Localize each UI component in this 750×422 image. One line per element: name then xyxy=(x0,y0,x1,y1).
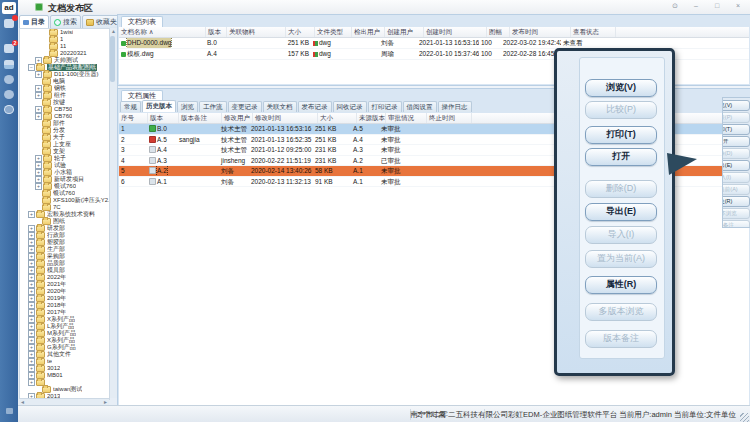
expander-icon[interactable]: + xyxy=(28,211,35,218)
column-header[interactable]: 序号 xyxy=(119,113,148,123)
menu-print-button[interactable]: 打印(T) xyxy=(585,126,657,144)
collapse-icon[interactable] xyxy=(6,408,13,414)
expander-icon[interactable]: + xyxy=(28,351,35,358)
expander-icon[interactable]: + xyxy=(35,176,42,183)
expander-icon[interactable]: + xyxy=(28,274,35,281)
tab-print-log[interactable]: 打印记录 xyxy=(368,101,402,112)
tree-item[interactable]: +2020年 xyxy=(20,288,109,295)
tree-item[interactable]: 支架 xyxy=(20,148,109,155)
column-header[interactable]: 文档名称 ∧ xyxy=(119,27,206,37)
minimize-icon[interactable]: – xyxy=(690,2,702,10)
expander-icon[interactable]: + xyxy=(28,358,35,365)
expander-icon[interactable]: + xyxy=(28,344,35,351)
tree-item[interactable]: +2019年 xyxy=(20,295,109,302)
tree-item[interactable]: +2021年 xyxy=(20,281,109,288)
tree-item[interactable]: +X系列产品 xyxy=(20,337,109,344)
expander-icon[interactable]: + xyxy=(35,162,42,169)
expander-icon[interactable]: + xyxy=(28,267,35,274)
tree-item[interactable]: +生产部 xyxy=(20,246,109,253)
folder-icon[interactable]: 2 xyxy=(4,44,14,53)
maximize-icon[interactable]: □ xyxy=(711,2,723,10)
column-header[interactable]: 大小 xyxy=(286,27,315,37)
tree-item[interactable]: 1wisi xyxy=(20,29,109,36)
tree-item[interactable]: +试验 xyxy=(20,162,109,169)
app-logo[interactable]: ad xyxy=(2,2,16,14)
menu-browse-button[interactable]: 浏览(V) xyxy=(585,79,657,97)
tree-item[interactable]: XFS100新(冲压头Y2.0 图纸) xyxy=(20,197,109,204)
tab-general[interactable]: 常规 xyxy=(120,101,141,112)
tree-item[interactable]: +新研发项目 xyxy=(20,176,109,183)
expander-icon[interactable]: + xyxy=(28,232,35,239)
expander-icon[interactable]: + xyxy=(28,309,35,316)
tree-item[interactable]: 图纸 xyxy=(20,218,109,225)
expander-icon[interactable]: + xyxy=(28,295,35,302)
sidebar-tab-favorites[interactable]: 收藏夹 xyxy=(82,15,121,29)
tree-vertical-scrollbar[interactable]: ▲ xyxy=(109,28,117,398)
tree-item[interactable]: +轮子 xyxy=(20,155,109,162)
tree-item[interactable]: 银试760 xyxy=(20,190,109,197)
refresh-icon[interactable] xyxy=(4,75,14,84)
edge-browse-button[interactable]: 浏览(V) xyxy=(722,100,750,111)
tree-item[interactable]: 分发 xyxy=(20,127,109,134)
tab-related-docs[interactable]: 关联文档 xyxy=(263,101,297,112)
column-header[interactable]: 文件类型 xyxy=(315,27,352,37)
column-header[interactable]: 修改时间 xyxy=(253,113,318,123)
column-header[interactable]: 来源版本 xyxy=(357,113,386,123)
tree-item[interactable]: +组件 xyxy=(20,92,109,99)
tree-item[interactable]: +模具部 xyxy=(20,267,109,274)
tree-item[interactable]: 夫子 xyxy=(20,134,109,141)
column-header[interactable]: 版本 xyxy=(206,27,227,37)
tab-history[interactable]: 历史版本 xyxy=(142,100,176,112)
menu-export-button[interactable]: 导出(E) xyxy=(585,203,657,221)
expander-icon[interactable]: + xyxy=(35,92,42,99)
tree-item[interactable]: +塑胶部 xyxy=(20,239,109,246)
expander-icon[interactable]: + xyxy=(28,225,35,232)
tree-item[interactable]: +钢铁 xyxy=(20,85,109,92)
expander-icon[interactable]: + xyxy=(35,183,42,190)
tree-item[interactable]: −基础产品装配图纸 xyxy=(20,64,109,71)
tab-publish-log[interactable]: 发布记录 xyxy=(298,101,332,112)
settings-icon[interactable]: ⊙ xyxy=(669,2,681,10)
column-header[interactable]: 终止时间 xyxy=(427,113,472,123)
tree-item[interactable]: 按键 xyxy=(20,99,109,106)
chart-icon[interactable] xyxy=(4,60,14,69)
expander-icon[interactable]: + xyxy=(35,71,42,78)
tree-item[interactable]: +M系列产品 xyxy=(20,330,109,337)
expander-icon[interactable]: + xyxy=(28,379,35,386)
tree-item[interactable]: +CB760 xyxy=(20,113,109,120)
expander-icon[interactable]: + xyxy=(28,239,35,246)
expander-icon[interactable]: − xyxy=(28,64,35,71)
expander-icon[interactable]: + xyxy=(28,288,35,295)
expander-icon[interactable]: + xyxy=(28,246,35,253)
tree-item[interactable]: +D11-100(变压器) xyxy=(20,71,109,78)
edge-open-button[interactable]: 打开 xyxy=(722,136,750,147)
column-header[interactable]: 关联物料 xyxy=(227,27,286,37)
column-header[interactable]: 发布时间 xyxy=(510,27,571,37)
tree-item[interactable]: +研发部 xyxy=(20,225,109,232)
column-header[interactable]: 图幅 xyxy=(487,27,510,37)
expander-icon[interactable]: + xyxy=(35,113,42,120)
column-header[interactable]: 修改用户 xyxy=(222,113,253,123)
tree-item[interactable]: 11 xyxy=(20,43,109,50)
tree-item[interactable]: +天帅测试 xyxy=(20,57,109,64)
expander-icon[interactable]: + xyxy=(28,323,35,330)
tree-item[interactable]: 20220321 xyxy=(20,50,109,57)
column-header[interactable]: 大小 xyxy=(318,113,357,123)
column-header[interactable]: 版本备注 xyxy=(179,113,222,123)
tree-item[interactable]: +行政部 xyxy=(20,232,109,239)
tree-item[interactable]: +CB750 xyxy=(20,106,109,113)
tree-item[interactable]: 部件 xyxy=(20,120,109,127)
tree-item[interactable]: +采购部 xyxy=(20,253,109,260)
tree-item[interactable]: 电脑 xyxy=(20,78,109,85)
sidebar-tab-directory[interactable]: 目录 xyxy=(19,15,49,29)
expander-icon[interactable]: + xyxy=(35,155,42,162)
expander-icon[interactable]: + xyxy=(28,281,35,288)
tab-preview[interactable]: 浏览 xyxy=(177,101,198,112)
expander-icon[interactable]: + xyxy=(35,169,42,176)
tree-item[interactable]: +2022年 xyxy=(20,274,109,281)
tree-item[interactable]: +小水箱 xyxy=(20,169,109,176)
tree-item[interactable]: +G系列产品 xyxy=(20,344,109,351)
tree-item[interactable]: 1 xyxy=(20,36,109,43)
column-header[interactable]: 审批情况 xyxy=(386,113,427,123)
tree-item[interactable]: +品质部 xyxy=(20,260,109,267)
